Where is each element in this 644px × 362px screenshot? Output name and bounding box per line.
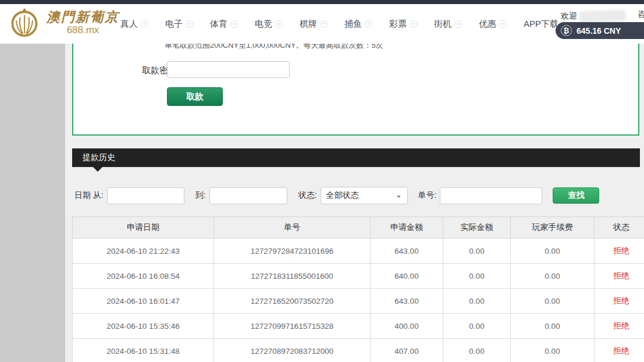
withdrawal-page: { "header": { "logo": { "title": "澳門新葡京"… bbox=[0, 0, 644, 362]
status-select[interactable]: 全部状态 ⌄ bbox=[321, 187, 408, 204]
status-badge: 拒绝 bbox=[595, 339, 644, 362]
status-badge: 拒绝 bbox=[595, 264, 644, 289]
cell-fee: 0.00 bbox=[511, 314, 595, 339]
cell-fee: 0.00 bbox=[511, 339, 595, 362]
chevron-down-icon: ⌄ bbox=[499, 20, 507, 28]
site-logo[interactable]: 澳門新葡京 688.mx bbox=[8, 6, 119, 39]
table-row: 2024-06-10 15:31:48 1272708972083712000 … bbox=[73, 339, 644, 362]
site-header: 澳門新葡京 688.mx 真人 ⌄ 电子 ⌄ 体育 ⌄ 电竞 ⌄ 棋牌 ⌄ 捕鱼… bbox=[0, 4, 644, 44]
nav-item-esports[interactable]: 电竞 ⌄ bbox=[255, 19, 283, 30]
chevron-down-icon: ⌄ bbox=[410, 20, 417, 28]
order-no-label: 单号: bbox=[418, 190, 437, 201]
nav-item-slots[interactable]: 电子 ⌄ bbox=[165, 19, 193, 30]
chevron-down-icon: ⌄ bbox=[320, 20, 328, 28]
cell-date: 2024-06-10 16:08:54 bbox=[73, 264, 214, 289]
table-header-row: 申请日期 单号 申请金额 实际金额 玩家手续费 状态 bbox=[73, 217, 644, 239]
chevron-down-icon: ⌄ bbox=[365, 20, 372, 28]
cell-amount: 643.00 bbox=[371, 289, 443, 314]
history-filters: 日期 从: 到: 状态: 全部状态 ⌄ 单号: 查找 bbox=[74, 187, 599, 204]
nav-item-arcade[interactable]: 街机 ⌄ bbox=[434, 19, 462, 30]
status-badge: 拒绝 bbox=[595, 289, 644, 314]
customer-service-tab[interactable]: 咨 bbox=[638, 9, 644, 20]
logo-text: 澳門新葡京 688.mx bbox=[47, 10, 119, 36]
cell-amount: 643.00 bbox=[371, 239, 443, 264]
cell-date: 2024-06-10 16:01:47 bbox=[73, 289, 214, 314]
cell-amount: 640.00 bbox=[371, 264, 443, 289]
cell-fee: 0.00 bbox=[511, 289, 595, 314]
lotus-emblem-icon bbox=[8, 6, 41, 39]
col-status: 状态 bbox=[595, 217, 644, 239]
status-label: 状态: bbox=[298, 190, 317, 201]
balance-amount: 645.16 CNY bbox=[577, 26, 621, 36]
search-button[interactable]: 查找 bbox=[553, 187, 599, 204]
cell-date: 2024-06-10 15:35:46 bbox=[73, 314, 214, 339]
limit-note-clip: 单笔取款范围200CNY至1,000,000CNY。每天最高取款次数：5次 bbox=[165, 44, 537, 49]
cell-order: 1272718311855001600 bbox=[214, 264, 371, 289]
date-to-label: 到: bbox=[195, 190, 206, 201]
nav-item-sports[interactable]: 体育 ⌄ bbox=[210, 19, 238, 30]
withdraw-limit-note: 单笔取款范围200CNY至1,000,000CNY。每天最高取款次数：5次 bbox=[165, 44, 537, 49]
cell-fee: 0.00 bbox=[511, 264, 595, 289]
history-title-bar: 提款历史 bbox=[72, 148, 640, 167]
col-order-no: 单号 bbox=[214, 217, 371, 239]
chevron-down-icon: ⌄ bbox=[141, 20, 148, 28]
withdraw-panel: 单笔取款范围200CNY至1,000,000CNY。每天最高取款次数：5次 取款… bbox=[72, 44, 639, 136]
cell-amount: 400.00 bbox=[371, 314, 443, 339]
top-accent-bar bbox=[0, 0, 644, 4]
chevron-down-icon: ⌄ bbox=[275, 20, 283, 28]
pointer-triangle bbox=[93, 167, 102, 172]
history-title: 提款历史 bbox=[83, 152, 115, 163]
cell-actual: 0.00 bbox=[443, 339, 511, 362]
logo-title: 澳門新葡京 bbox=[47, 10, 119, 25]
cell-order: 1272797284723101696 bbox=[214, 239, 371, 264]
withdraw-history-table: 申请日期 单号 申请金额 实际金额 玩家手续费 状态 2024-06-10 21… bbox=[72, 217, 644, 362]
chevron-down-icon: ⌄ bbox=[186, 20, 193, 28]
status-badge: 拒绝 bbox=[595, 314, 644, 339]
table-row: 2024-06-10 21:22:43 1272797284723101696 … bbox=[73, 239, 644, 264]
date-from-input[interactable] bbox=[107, 187, 184, 204]
cell-order: 1272708972083712000 bbox=[214, 339, 371, 362]
main-nav: 真人 ⌄ 电子 ⌄ 体育 ⌄ 电竞 ⌄ 棋牌 ⌄ 捕鱼 ⌄ 彩票 ⌄ 街机 ⌄ bbox=[120, 4, 586, 44]
bitcoin-icon: ₿ bbox=[561, 25, 572, 36]
cell-amount: 407.00 bbox=[371, 339, 443, 362]
cell-order: 1272716520073502720 bbox=[214, 289, 371, 314]
nav-item-chess[interactable]: 棋牌 ⌄ bbox=[300, 19, 328, 30]
cell-actual: 0.00 bbox=[443, 289, 511, 314]
logo-domain: 688.mx bbox=[47, 25, 119, 36]
status-badge: 拒绝 bbox=[595, 239, 644, 264]
status-select-value: 全部状态 bbox=[326, 190, 359, 201]
nav-item-promo[interactable]: 优惠 ⌄ bbox=[479, 19, 507, 30]
table-row: 2024-06-10 16:01:47 1272716520073502720 … bbox=[73, 289, 644, 314]
balance-badge[interactable]: ₿ 645.16 CNY bbox=[556, 22, 644, 39]
chevron-down-icon: ⌄ bbox=[396, 190, 402, 199]
nav-item-live[interactable]: 真人 ⌄ bbox=[120, 19, 148, 30]
nav-item-fishing[interactable]: 捕鱼 ⌄ bbox=[344, 19, 372, 30]
cell-actual: 0.00 bbox=[443, 264, 511, 289]
col-player-fee: 玩家手续费 bbox=[511, 217, 595, 239]
col-apply-date: 申请日期 bbox=[73, 217, 214, 239]
withdraw-password-input[interactable] bbox=[167, 61, 290, 78]
chevron-down-icon: ⌄ bbox=[454, 20, 462, 28]
nav-item-lottery[interactable]: 彩票 ⌄ bbox=[389, 19, 417, 30]
censored-username bbox=[579, 10, 627, 23]
cell-date: 2024-06-10 21:22:43 bbox=[73, 239, 214, 264]
table-row: 2024-06-10 15:35:46 1272709971615715328 … bbox=[73, 314, 644, 339]
welcome-text: 欢迎 bbox=[561, 10, 626, 22]
cell-actual: 0.00 bbox=[443, 314, 511, 339]
cell-actual: 0.00 bbox=[443, 239, 511, 264]
chevron-down-icon: ⌄ bbox=[230, 20, 238, 28]
col-apply-amount: 申请金额 bbox=[371, 217, 443, 239]
date-from-label: 日期 从: bbox=[74, 190, 104, 201]
cell-fee: 0.00 bbox=[511, 239, 595, 264]
order-no-input[interactable] bbox=[440, 187, 542, 204]
col-actual-amount: 实际金额 bbox=[443, 217, 511, 239]
table-row: 2024-06-10 16:08:54 1272718311855001600 … bbox=[73, 264, 644, 289]
cell-date: 2024-06-10 15:31:48 bbox=[73, 339, 214, 362]
date-to-input[interactable] bbox=[209, 187, 287, 204]
left-gray-strip bbox=[0, 44, 65, 362]
withdraw-submit-button[interactable]: 取款 bbox=[167, 87, 223, 106]
cell-order: 1272709971615715328 bbox=[214, 314, 371, 339]
